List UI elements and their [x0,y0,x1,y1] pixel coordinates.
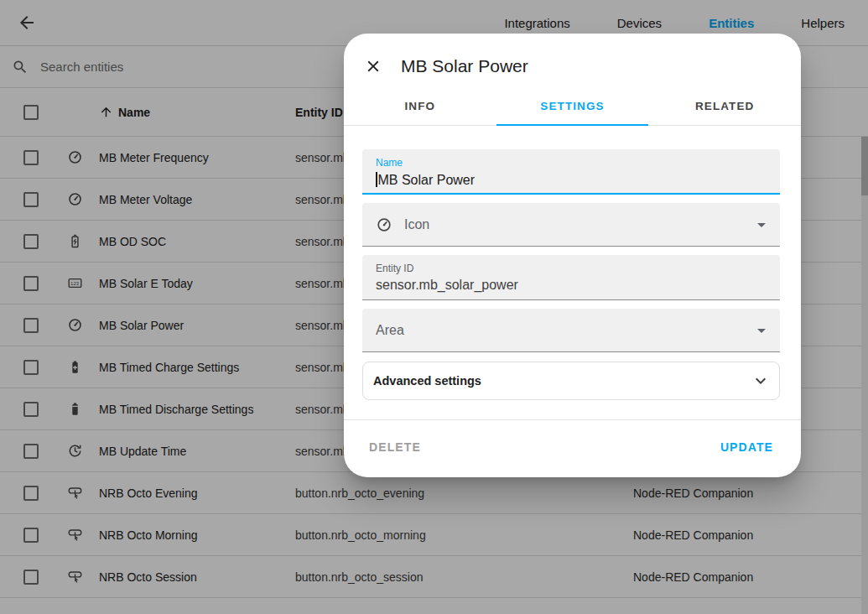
advanced-settings-expander[interactable]: Advanced settings [362,362,780,400]
name-field-label: Name [376,157,767,169]
dialog-title: MB Solar Power [401,56,528,76]
text-cursor [376,172,377,187]
gauge-icon [376,216,392,233]
dialog-tabs: INFO SETTINGS RELATED [344,87,801,126]
entity-id-field[interactable]: Entity ID sensor.mb_solar_power [362,255,780,300]
menu-down-icon[interactable] [751,215,772,235]
settings-form: Name MB Solar Power Icon Entity ID senso… [344,126,801,419]
name-field-value: MB Solar Power [378,173,476,187]
chevron-down-icon [751,371,771,391]
icon-field[interactable]: Icon [362,203,780,247]
entity-settings-dialog: MB Solar Power INFO SETTINGS RELATED Nam… [344,34,801,477]
tab-info[interactable]: INFO [344,87,496,125]
close-button[interactable] [364,57,382,75]
delete-button[interactable]: DELETE [369,440,421,454]
entity-id-field-label: Entity ID [376,263,767,274]
menu-down-icon[interactable] [751,320,772,341]
entity-id-field-value: sensor.mb_solar_power [376,278,767,293]
advanced-settings-label: Advanced settings [373,374,481,388]
name-field[interactable]: Name MB Solar Power [362,149,780,195]
tab-settings[interactable]: SETTINGS [496,87,649,125]
dialog-header: MB Solar Power [344,34,801,79]
icon-field-placeholder: Icon [404,217,751,232]
update-button[interactable]: UPDATE [720,440,773,454]
area-field-placeholder: Area [376,323,751,338]
tab-related[interactable]: RELATED [648,87,801,125]
dialog-footer: DELETE UPDATE [344,420,801,477]
area-field[interactable]: Area [362,309,780,352]
